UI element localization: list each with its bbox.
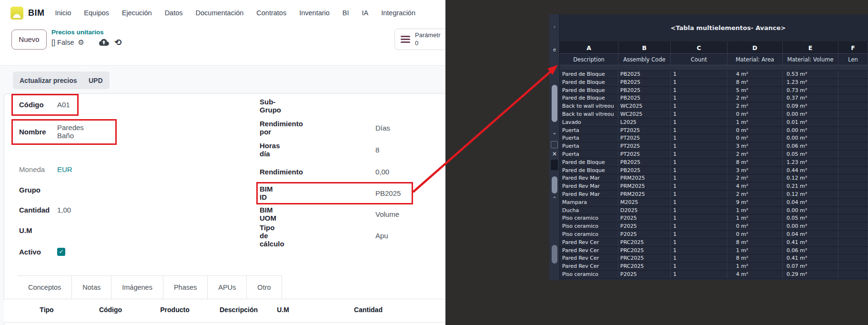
table-row[interactable]: Piso ceramico P2025 1 0 m² 0.00 m³: [560, 223, 868, 231]
cell-length: [838, 247, 868, 254]
table-row[interactable]: Pared Rev Mar PRM2025 1 2 m² 0.12 m³: [560, 174, 868, 183]
cell-count: 1: [671, 263, 727, 270]
chevron-up-icon[interactable]: ⌃: [549, 195, 560, 203]
column-name[interactable]: Assembly Code: [618, 54, 671, 65]
menu-item[interactable]: Inicio: [55, 9, 71, 17]
codigo-input[interactable]: A01: [57, 101, 70, 109]
menu-item[interactable]: Contratos: [256, 9, 286, 17]
cell-material-volume: 0.41 m³: [783, 254, 838, 262]
table-row[interactable]: Pared Rev Mar PRM2025 1 2 m² 0.12 m³: [560, 191, 868, 199]
table-row[interactable]: Mampara M2025 1 9 m² 0.04 m³: [560, 199, 868, 207]
table-row[interactable]: Pared de Bloque PB2025 1 4 m² 0.53 m³: [560, 71, 868, 79]
column-letter[interactable]: A: [560, 42, 618, 54]
cell-count: 1: [671, 159, 727, 166]
panel-box-button[interactable]: [551, 141, 558, 148]
gear-icon[interactable]: ⚙: [78, 38, 84, 47]
moneda-link[interactable]: EUR: [57, 165, 72, 173]
save-cloud-icon[interactable]: [99, 38, 109, 48]
table-row[interactable]: Pared Rev Cer PRC2025 1 1 m² 0.07 m³: [560, 263, 868, 271]
table-row[interactable]: Pared de Bloque PB2025 1 8 m² 1.23 m³: [560, 159, 868, 167]
tab[interactable]: Imágenes: [111, 275, 163, 299]
table-row[interactable]: Piso ceramico P2025 1 4 m² 0.29 m³: [560, 271, 868, 279]
table-row[interactable]: Piso ceramico P2025 1 0 m² 0.04 m³: [560, 231, 868, 239]
tipo-calculo-select[interactable]: Apu: [375, 232, 388, 240]
column-letter[interactable]: B: [618, 42, 671, 54]
activo-checkbox[interactable]: ✓: [57, 248, 65, 256]
chevron-down-icon[interactable]: ⌄: [549, 129, 560, 136]
bim-logo-icon[interactable]: [10, 7, 23, 20]
rendimiento-por-select[interactable]: Días: [375, 124, 390, 132]
side-tab-label[interactable]: e: [549, 47, 560, 52]
table-row[interactable]: Pared de Bloque PB2025 1 5 m² 0.73 m³: [560, 87, 868, 95]
breadcrumb-title[interactable]: Precios unitarios: [51, 29, 104, 36]
menu-item[interactable]: Datos: [165, 9, 183, 17]
column-name[interactable]: Material: Area: [727, 54, 783, 65]
cell-material-area: 8 m²: [727, 254, 783, 262]
nombre-input[interactable]: Paredes Baño: [57, 123, 84, 140]
menu-item[interactable]: Documentación: [196, 9, 244, 17]
table-row[interactable]: Puerta PT2025 1 2 m² 0.05 m³: [560, 151, 868, 159]
cell-count: 1: [671, 174, 727, 182]
table-row[interactable]: Pared Rev Cer PRC2025 1 1 m² 0.06 m³: [560, 247, 868, 255]
table-row[interactable]: Puerta PT2025 1 0 m² 0.00 m³: [560, 134, 868, 142]
chevron-right-icon[interactable]: ›: [549, 23, 560, 30]
table-row[interactable]: Lavado L2025 1 1 m² 0.01 m³: [560, 119, 868, 127]
menu-item[interactable]: Inventario: [299, 9, 330, 17]
cell-material-volume: 0.12 m³: [783, 191, 838, 198]
table-row[interactable]: Pared Rev Mar PRM2025 1 4 m² 0.21 m³: [560, 183, 868, 191]
cell-material-area: 0 m²: [727, 111, 783, 118]
rendimiento-input[interactable]: 0,00: [375, 168, 389, 176]
cell-length: [838, 239, 868, 246]
panel-dark-button[interactable]: [551, 160, 558, 170]
close-icon[interactable]: ✕: [549, 151, 560, 157]
concept-column-header: Tipo: [16, 306, 78, 314]
table-row[interactable]: Pared de Bloque PB2025 1 8 m² 1.23 m³: [560, 79, 868, 87]
tab[interactable]: Otro: [247, 275, 282, 299]
bim-uom-select[interactable]: Volume: [375, 210, 399, 218]
cell-assembly-code: P2025: [618, 223, 671, 230]
update-prices-button[interactable]: Actualizar precios: [13, 71, 84, 89]
table-row[interactable]: Pared de Bloque PB2025 1 2 m² 0.37 m³: [560, 94, 868, 102]
table-row[interactable]: Puerta PT2025 1 0 m² 0.00 m³: [560, 127, 868, 135]
discard-icon[interactable]: ⟲: [114, 37, 121, 48]
menu-item[interactable]: IA: [362, 9, 369, 17]
column-letter[interactable]: E: [783, 42, 838, 54]
cell-length: [838, 271, 868, 278]
cell-description: Pared de Bloque: [560, 87, 618, 94]
column-name[interactable]: Count: [671, 54, 727, 65]
tab[interactable]: Notas: [72, 275, 111, 299]
upd-button[interactable]: UPD: [82, 71, 110, 89]
table-row[interactable]: Pared Rev Cer PRC2025 1 8 m² 0.41 m³: [560, 254, 868, 263]
bim-id-input[interactable]: PB2025: [375, 189, 401, 197]
cell-description: Back to wall vitreou: [560, 102, 618, 110]
column-name[interactable]: Description: [560, 54, 618, 65]
menu-item[interactable]: BI: [343, 9, 349, 17]
tab[interactable]: Conceptos: [18, 275, 72, 299]
table-row[interactable]: Back to wall vitreou WC2025 1 0 m² 0.00 …: [560, 111, 868, 119]
column-letter[interactable]: C: [671, 42, 727, 54]
concept-column-header: Cantidad: [337, 306, 399, 314]
column-letter[interactable]: F: [838, 42, 868, 54]
menu-item[interactable]: Ejecución: [122, 9, 152, 17]
scrollbar-thumb[interactable]: [552, 85, 557, 122]
cell-material-area: 2 m²: [727, 174, 783, 182]
column-letter[interactable]: D: [727, 42, 783, 54]
horas-dia-input[interactable]: 8: [375, 146, 379, 154]
table-row[interactable]: Puerta PT2025 1 3 m² 0.06 m³: [560, 142, 868, 151]
column-name[interactable]: Len: [838, 54, 868, 65]
table-row[interactable]: Ducha D2025 1 1 m² 0.00 m³: [560, 207, 868, 215]
column-name[interactable]: Material: Volume: [783, 54, 838, 65]
new-button[interactable]: Nuevo: [11, 30, 47, 50]
table-row[interactable]: Piso ceramico P2025 1 1 m² 0.05 m³: [560, 214, 868, 223]
table-row[interactable]: Pared Rev Cer PRC2025 1 8 m² 0.41 m³: [560, 239, 868, 247]
scrollbar-thumb[interactable]: [552, 176, 557, 193]
tab[interactable]: APUs: [208, 275, 247, 299]
cell-length: [838, 71, 868, 78]
menu-item[interactable]: Equipos: [84, 9, 109, 17]
table-row[interactable]: Back to wall vitreou WC2025 1 2 m² 0.09 …: [560, 102, 868, 111]
menu-item[interactable]: Integración: [381, 9, 415, 17]
tab[interactable]: Phases: [163, 275, 208, 299]
table-row[interactable]: Pared de Bloque PB2025 1 3 m² 0.44 m³: [560, 167, 868, 175]
cantidad-input[interactable]: 1,00: [57, 206, 71, 214]
scrollbar-thumb[interactable]: [552, 245, 557, 264]
